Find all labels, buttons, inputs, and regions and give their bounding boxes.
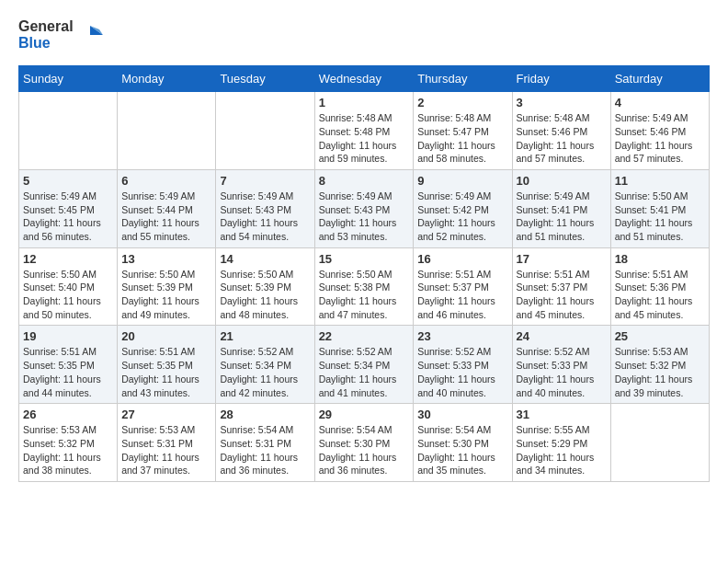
weekday-header-sunday: Sunday	[19, 66, 118, 92]
day-info: Sunrise: 5:49 AMSunset: 5:44 PMDaylight:…	[121, 190, 211, 244]
calendar-cell: 16Sunrise: 5:51 AMSunset: 5:37 PMDayligh…	[414, 247, 512, 326]
calendar-cell: 20Sunrise: 5:51 AMSunset: 5:35 PMDayligh…	[118, 326, 216, 404]
day-info: Sunrise: 5:50 AMSunset: 5:39 PMDaylight:…	[220, 268, 310, 322]
day-info: Sunrise: 5:51 AMSunset: 5:37 PMDaylight:…	[417, 268, 507, 322]
weekday-header-thursday: Thursday	[414, 66, 512, 92]
day-number: 7	[220, 174, 310, 188]
calendar-cell: 29Sunrise: 5:54 AMSunset: 5:30 PMDayligh…	[314, 404, 414, 482]
calendar-cell	[118, 92, 216, 170]
calendar-cell: 30Sunrise: 5:54 AMSunset: 5:30 PMDayligh…	[414, 404, 512, 482]
day-info: Sunrise: 5:53 AMSunset: 5:32 PMDaylight:…	[615, 345, 705, 399]
day-number: 15	[319, 252, 410, 266]
day-info: Sunrise: 5:52 AMSunset: 5:33 PMDaylight:…	[417, 345, 507, 399]
logo-bird-icon	[77, 22, 103, 48]
calendar-cell: 31Sunrise: 5:55 AMSunset: 5:29 PMDayligh…	[512, 404, 610, 482]
calendar-cell	[216, 92, 314, 170]
calendar-cell: 22Sunrise: 5:52 AMSunset: 5:34 PMDayligh…	[314, 326, 414, 404]
calendar-cell: 3Sunrise: 5:48 AMSunset: 5:46 PMDaylight…	[512, 92, 610, 170]
day-number: 25	[615, 329, 705, 343]
day-number: 3	[517, 96, 607, 109]
day-number: 18	[615, 252, 705, 266]
day-info: Sunrise: 5:51 AMSunset: 5:36 PMDaylight:…	[615, 268, 705, 322]
day-number: 10	[517, 174, 607, 188]
day-info: Sunrise: 5:48 AMSunset: 5:48 PMDaylight:…	[319, 111, 410, 166]
day-info: Sunrise: 5:51 AMSunset: 5:37 PMDaylight:…	[517, 268, 607, 322]
calendar-week-row: 1Sunrise: 5:48 AMSunset: 5:48 PMDaylight…	[19, 92, 710, 170]
calendar-cell: 28Sunrise: 5:54 AMSunset: 5:31 PMDayligh…	[216, 404, 314, 482]
day-number: 23	[417, 329, 507, 343]
calendar-week-row: 12Sunrise: 5:50 AMSunset: 5:40 PMDayligh…	[19, 247, 710, 326]
calendar-cell: 26Sunrise: 5:53 AMSunset: 5:32 PMDayligh…	[19, 404, 118, 482]
day-info: Sunrise: 5:50 AMSunset: 5:41 PMDaylight:…	[615, 190, 705, 244]
weekday-header-monday: Monday	[118, 66, 216, 92]
day-number: 22	[319, 329, 410, 343]
day-number: 11	[615, 174, 705, 188]
calendar-cell: 17Sunrise: 5:51 AMSunset: 5:37 PMDayligh…	[512, 247, 610, 326]
day-number: 9	[417, 174, 507, 188]
day-info: Sunrise: 5:55 AMSunset: 5:29 PMDaylight:…	[517, 423, 607, 477]
day-number: 13	[121, 252, 211, 266]
calendar-cell: 13Sunrise: 5:50 AMSunset: 5:39 PMDayligh…	[118, 247, 216, 326]
logo-text-block: General Blue	[18, 18, 74, 51]
calendar-week-row: 5Sunrise: 5:49 AMSunset: 5:45 PMDaylight…	[19, 169, 710, 247]
weekday-header-friday: Friday	[512, 66, 610, 92]
day-number: 24	[517, 329, 607, 343]
calendar-cell: 8Sunrise: 5:49 AMSunset: 5:43 PMDaylight…	[314, 169, 414, 247]
weekday-header-wednesday: Wednesday	[314, 66, 414, 92]
calendar-cell	[610, 404, 709, 482]
day-number: 12	[23, 252, 113, 266]
day-number: 19	[23, 329, 113, 343]
day-number: 8	[319, 174, 410, 188]
day-info: Sunrise: 5:50 AMSunset: 5:38 PMDaylight:…	[319, 268, 410, 322]
day-info: Sunrise: 5:49 AMSunset: 5:46 PMDaylight:…	[615, 111, 705, 166]
day-info: Sunrise: 5:49 AMSunset: 5:41 PMDaylight:…	[517, 190, 607, 244]
page-header: General Blue	[18, 18, 710, 51]
day-info: Sunrise: 5:52 AMSunset: 5:34 PMDaylight:…	[319, 345, 410, 399]
calendar-table: SundayMondayTuesdayWednesdayThursdayFrid…	[18, 65, 710, 482]
day-number: 16	[417, 252, 507, 266]
day-number: 14	[220, 252, 310, 266]
calendar-cell: 12Sunrise: 5:50 AMSunset: 5:40 PMDayligh…	[19, 247, 118, 326]
day-info: Sunrise: 5:49 AMSunset: 5:43 PMDaylight:…	[319, 190, 410, 244]
day-info: Sunrise: 5:53 AMSunset: 5:31 PMDaylight:…	[121, 423, 211, 477]
calendar-cell: 6Sunrise: 5:49 AMSunset: 5:44 PMDaylight…	[118, 169, 216, 247]
day-info: Sunrise: 5:50 AMSunset: 5:40 PMDaylight:…	[23, 268, 113, 322]
calendar-week-row: 26Sunrise: 5:53 AMSunset: 5:32 PMDayligh…	[19, 404, 710, 482]
day-number: 2	[417, 96, 507, 109]
logo: General Blue	[18, 18, 103, 51]
calendar-cell: 2Sunrise: 5:48 AMSunset: 5:47 PMDaylight…	[414, 92, 512, 170]
day-info: Sunrise: 5:49 AMSunset: 5:42 PMDaylight:…	[417, 190, 507, 244]
calendar-week-row: 19Sunrise: 5:51 AMSunset: 5:35 PMDayligh…	[19, 326, 710, 404]
day-number: 27	[121, 408, 211, 421]
calendar-cell: 5Sunrise: 5:49 AMSunset: 5:45 PMDaylight…	[19, 169, 118, 247]
calendar-cell: 10Sunrise: 5:49 AMSunset: 5:41 PMDayligh…	[512, 169, 610, 247]
day-number: 29	[319, 408, 410, 421]
day-number: 5	[23, 174, 113, 188]
day-number: 1	[319, 96, 410, 109]
calendar-cell: 11Sunrise: 5:50 AMSunset: 5:41 PMDayligh…	[610, 169, 709, 247]
day-info: Sunrise: 5:53 AMSunset: 5:32 PMDaylight:…	[23, 423, 113, 477]
calendar-cell: 25Sunrise: 5:53 AMSunset: 5:32 PMDayligh…	[610, 326, 709, 404]
day-number: 21	[220, 329, 310, 343]
calendar-cell: 27Sunrise: 5:53 AMSunset: 5:31 PMDayligh…	[118, 404, 216, 482]
day-info: Sunrise: 5:48 AMSunset: 5:47 PMDaylight:…	[417, 111, 507, 166]
day-info: Sunrise: 5:49 AMSunset: 5:43 PMDaylight:…	[220, 190, 310, 244]
day-info: Sunrise: 5:54 AMSunset: 5:30 PMDaylight:…	[319, 423, 410, 477]
logo-line2: Blue	[18, 35, 74, 52]
day-number: 31	[517, 408, 607, 421]
calendar-cell: 9Sunrise: 5:49 AMSunset: 5:42 PMDaylight…	[414, 169, 512, 247]
day-info: Sunrise: 5:51 AMSunset: 5:35 PMDaylight:…	[121, 345, 211, 399]
logo-line1: General	[18, 18, 74, 35]
day-info: Sunrise: 5:52 AMSunset: 5:33 PMDaylight:…	[517, 345, 607, 399]
calendar-cell	[19, 92, 118, 170]
weekday-header-tuesday: Tuesday	[216, 66, 314, 92]
day-info: Sunrise: 5:52 AMSunset: 5:34 PMDaylight:…	[220, 345, 310, 399]
day-number: 4	[615, 96, 705, 109]
calendar-cell: 1Sunrise: 5:48 AMSunset: 5:48 PMDaylight…	[314, 92, 414, 170]
day-info: Sunrise: 5:54 AMSunset: 5:31 PMDaylight:…	[220, 423, 310, 477]
calendar-cell: 15Sunrise: 5:50 AMSunset: 5:38 PMDayligh…	[314, 247, 414, 326]
calendar-cell: 14Sunrise: 5:50 AMSunset: 5:39 PMDayligh…	[216, 247, 314, 326]
day-number: 26	[23, 408, 113, 421]
day-number: 17	[517, 252, 607, 266]
calendar-cell: 24Sunrise: 5:52 AMSunset: 5:33 PMDayligh…	[512, 326, 610, 404]
